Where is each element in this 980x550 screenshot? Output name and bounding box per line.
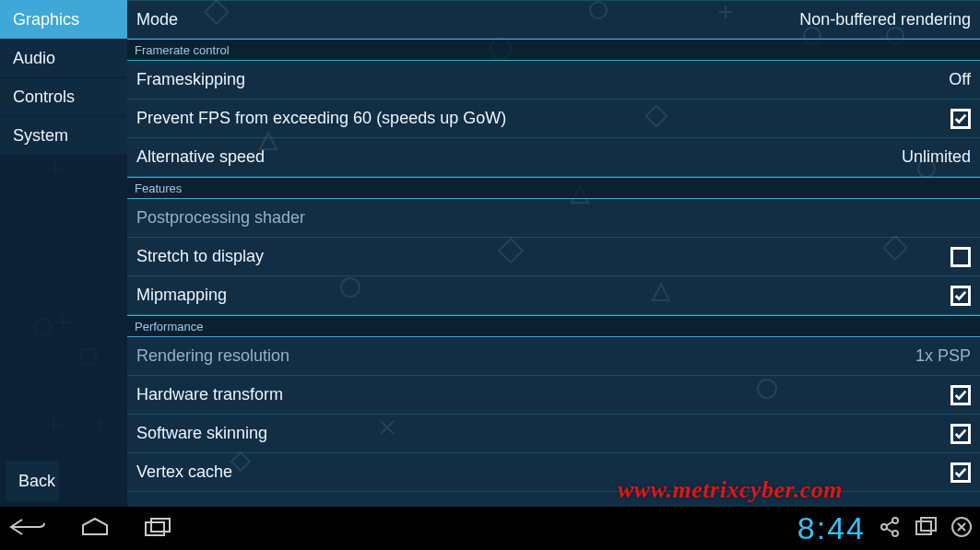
setting-value: 1x PSP [915,346,971,366]
section-header-framerate: Framerate control [127,39,980,61]
setting-row-alternative-speed[interactable]: Alternative speed Unlimited [127,138,980,177]
section-header-features: Features [127,177,980,199]
setting-row-rendering-resolution[interactable]: Rendering resolution 1x PSP [127,337,980,376]
share-icon[interactable] [879,516,901,542]
screenshot-icon[interactable] [914,516,938,542]
setting-label: Mipmapping [136,286,950,305]
setting-label: Rendering resolution [136,346,915,366]
checkbox-checked-icon [950,462,971,483]
svg-rect-19 [916,521,931,534]
sidebar-item-label: Audio [13,49,55,68]
setting-value: Unlimited [902,147,971,167]
section-title: Performance [135,320,203,334]
setting-row-vertex-cache[interactable]: Vertex cache [127,453,980,492]
svg-rect-14 [146,522,164,535]
sidebar-item-controls[interactable]: Controls [0,77,127,116]
nav-back-icon[interactable] [7,516,48,542]
setting-row-hardware-transform[interactable]: Hardware transform [127,376,980,415]
section-title: Framerate control [135,43,230,57]
setting-row-software-skinning[interactable]: Software skinning [127,415,980,453]
section-header-performance: Performance [127,315,980,337]
sidebar-item-system[interactable]: System [0,116,127,155]
checkbox-checked-icon [950,109,971,129]
setting-row-postprocessing-shader[interactable]: Postprocessing shader [127,199,980,238]
setting-label: Mode [136,10,799,29]
settings-panel: Mode Non-buffered rendering Framerate co… [127,0,980,507]
setting-value: Off [949,70,971,89]
svg-rect-20 [921,518,936,531]
setting-row-mipmapping[interactable]: Mipmapping [127,276,980,315]
nav-recent-icon[interactable] [142,516,173,542]
svg-rect-15 [151,519,170,532]
back-button[interactable]: Back [6,461,59,501]
svg-point-17 [892,518,898,523]
back-button-label: Back [18,472,55,491]
status-clock: 8:44 [797,510,866,546]
sidebar-item-label: System [13,126,68,146]
setting-label: Alternative speed [136,147,902,167]
setting-label: Stretch to display [136,247,950,266]
checkbox-checked-icon [950,424,971,444]
sidebar-item-label: Controls [13,88,75,107]
setting-value: Non-buffered rendering [799,10,971,29]
setting-row-frameskipping[interactable]: Frameskipping Off [127,61,980,99]
checkbox-checked-icon [950,286,971,306]
android-navbar: 8:44 [0,507,980,550]
section-title: Features [135,181,182,195]
settings-sidebar: Graphics Audio Controls System Back [0,0,127,507]
close-icon[interactable] [950,516,973,542]
setting-label: Vertex cache [136,462,950,482]
svg-point-16 [881,524,887,530]
setting-label: Prevent FPS from exceeding 60 (speeds up… [136,109,950,128]
setting-row-prevent-fps-60[interactable]: Prevent FPS from exceeding 60 (speeds up… [127,99,980,138]
setting-label: Frameskipping [136,70,949,89]
setting-label: Postprocessing shader [136,208,971,228]
svg-point-18 [892,531,898,536]
setting-row-mode[interactable]: Mode Non-buffered rendering [127,0,980,39]
setting-label: Software skinning [136,424,950,443]
checkbox-unchecked-icon [950,247,971,267]
setting-label: Hardware transform [136,385,950,404]
setting-row-stretch-to-display[interactable]: Stretch to display [127,238,980,276]
sidebar-item-graphics[interactable]: Graphics [0,0,127,39]
checkbox-checked-icon [950,385,971,405]
sidebar-item-audio[interactable]: Audio [0,39,127,77]
sidebar-item-label: Graphics [13,10,79,29]
nav-home-icon[interactable] [79,516,111,542]
